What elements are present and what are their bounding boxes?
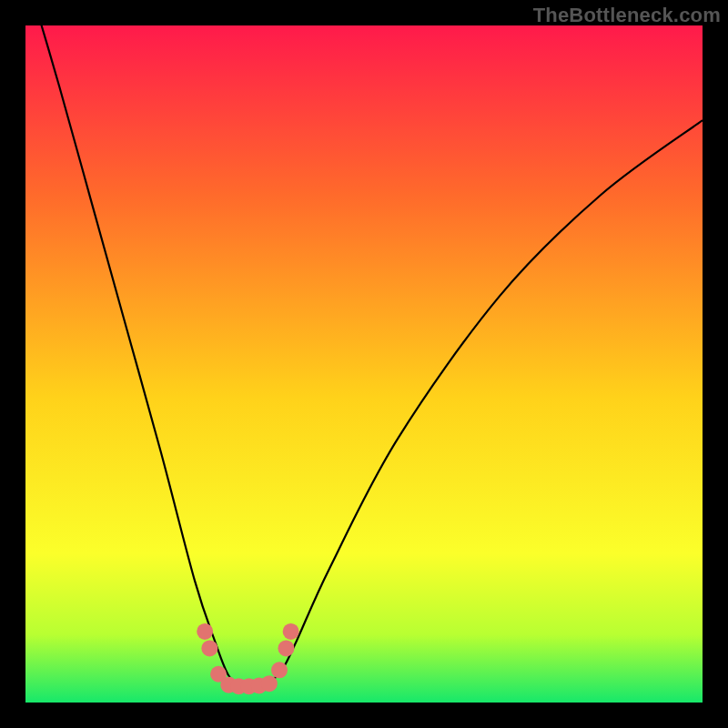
plot-svg (25, 25, 703, 703)
marker-dot (261, 675, 278, 692)
watermark-text: TheBottleneck.com (533, 4, 721, 27)
gradient-background (25, 25, 703, 703)
marker-dot (271, 662, 288, 678)
marker-dot (201, 640, 217, 656)
marker-dot (283, 623, 299, 640)
marker-dot (278, 640, 294, 656)
marker-dot (197, 623, 213, 640)
plot-area (25, 25, 703, 703)
chart-frame: TheBottleneck.com (0, 0, 728, 728)
